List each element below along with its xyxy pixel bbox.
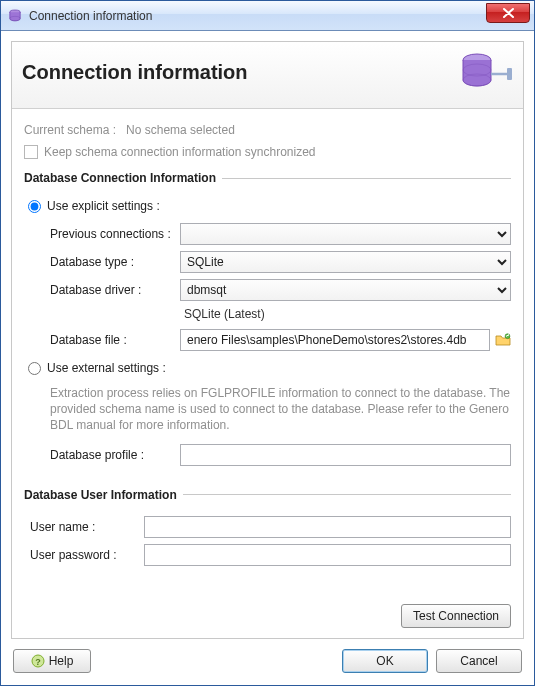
- database-type-select[interactable]: SQLite: [180, 251, 511, 273]
- dialog-button-bar: ? Help OK Cancel: [11, 639, 524, 675]
- user-password-label: User password :: [24, 548, 144, 562]
- database-driver-label: Database driver :: [24, 283, 180, 297]
- external-settings-radio[interactable]: [28, 362, 41, 375]
- database-profile-label: Database profile :: [24, 448, 180, 462]
- content-frame: Connection information Current schema :: [11, 41, 524, 639]
- external-settings-note: Extraction process relies on FGLPROFILE …: [50, 385, 511, 434]
- db-user-legend: Database User Information: [24, 488, 183, 502]
- cancel-button[interactable]: Cancel: [436, 649, 522, 673]
- db-user-fieldset: Database User Information User name : Us…: [24, 488, 511, 578]
- database-profile-input[interactable]: [180, 444, 511, 466]
- db-connection-fieldset: Database Connection Information Use expl…: [24, 171, 511, 478]
- titlebar-app-icon: [7, 8, 23, 24]
- help-button[interactable]: ? Help: [13, 649, 91, 673]
- database-type-label: Database type :: [24, 255, 180, 269]
- titlebar: Connection information: [1, 1, 534, 31]
- help-label: Help: [49, 654, 74, 668]
- keep-sync-checkbox[interactable]: [24, 145, 38, 159]
- svg-rect-6: [507, 68, 512, 80]
- header-band: Connection information: [12, 42, 523, 109]
- database-driver-select[interactable]: dbmsqt: [180, 279, 511, 301]
- page-title: Connection information: [16, 61, 248, 84]
- keep-sync-label: Keep schema connection information synch…: [44, 145, 316, 159]
- external-settings-label: Use external settings :: [47, 361, 166, 375]
- ok-label: OK: [376, 654, 393, 668]
- ok-button[interactable]: OK: [342, 649, 428, 673]
- cancel-label: Cancel: [460, 654, 497, 668]
- previous-connections-label: Previous connections :: [24, 227, 180, 241]
- svg-text:?: ?: [35, 657, 41, 667]
- explicit-settings-label: Use explicit settings :: [47, 199, 160, 213]
- driver-note: SQLite (Latest): [180, 307, 511, 321]
- previous-connections-select[interactable]: [180, 223, 511, 245]
- client-area: Connection information Current schema :: [1, 31, 534, 685]
- browse-folder-icon[interactable]: [494, 331, 511, 349]
- current-schema-value: No schema selected: [126, 123, 235, 137]
- titlebar-title: Connection information: [29, 9, 152, 23]
- user-name-input[interactable]: [144, 516, 511, 538]
- database-illustration-icon: [457, 50, 513, 94]
- close-icon: [503, 6, 514, 21]
- help-icon: ?: [31, 654, 45, 668]
- database-file-input[interactable]: [180, 329, 490, 351]
- schema-area: Current schema : No schema selected Keep…: [24, 123, 511, 159]
- test-connection-button[interactable]: Test Connection: [401, 604, 511, 628]
- dialog-window: Connection information Connection inform…: [0, 0, 535, 686]
- db-connection-legend: Database Connection Information: [24, 171, 222, 185]
- user-password-input[interactable]: [144, 544, 511, 566]
- close-button[interactable]: [486, 3, 530, 23]
- explicit-settings-radio[interactable]: [28, 200, 41, 213]
- user-name-label: User name :: [24, 520, 144, 534]
- test-connection-label: Test Connection: [413, 609, 499, 623]
- database-file-label: Database file :: [24, 333, 180, 347]
- svg-point-7: [505, 334, 510, 339]
- current-schema-label: Current schema :: [24, 123, 116, 137]
